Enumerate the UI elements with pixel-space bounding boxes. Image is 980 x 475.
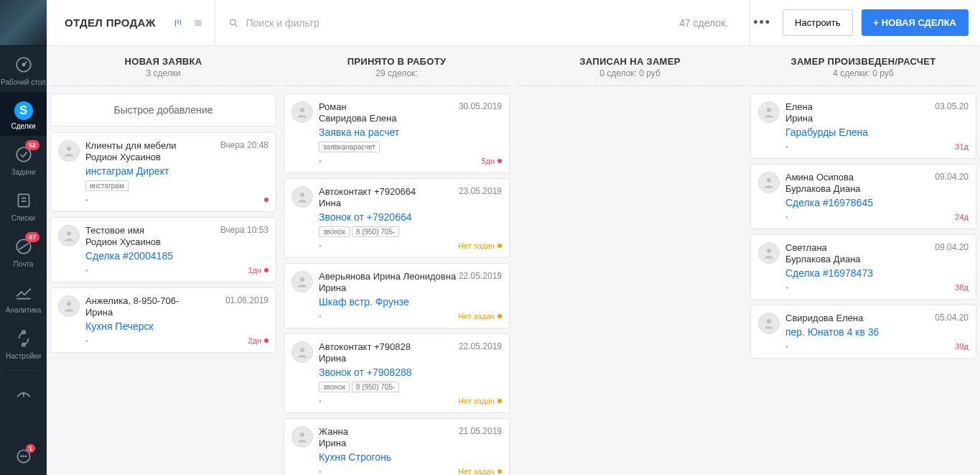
status: Нет задач xyxy=(458,467,502,475)
deal-link[interactable]: Звонок от +7920664 xyxy=(319,211,502,223)
svg-line-21 xyxy=(235,24,237,26)
svg-point-20 xyxy=(230,19,235,24)
search-input[interactable] xyxy=(246,17,489,29)
deal-link[interactable]: Звонок от +7908288 xyxy=(319,366,502,378)
deal-link[interactable]: инстаграм Директ xyxy=(85,165,269,177)
column-body xyxy=(517,93,743,108)
dot: • xyxy=(785,213,788,221)
column-sub: 29 сделок: xyxy=(284,68,510,78)
nav-lists[interactable]: Списки xyxy=(0,182,47,228)
quick-add[interactable]: Быстрое добавление xyxy=(50,93,276,126)
svg-point-1 xyxy=(22,63,24,65)
status: 38д xyxy=(955,283,969,292)
date: 09.04.20 xyxy=(935,242,969,252)
column-sub: 0 сделок: 0 руб xyxy=(517,68,743,78)
configure-button[interactable]: Настроить xyxy=(783,9,853,36)
deal-card[interactable]: Анжелика, 8-950-706-01.06.2019ИринаКухня… xyxy=(50,287,276,353)
column: НОВАЯ ЗАЯВКА3 сделкиБыстрое добавлениеКл… xyxy=(47,46,280,475)
nav-label: Настройки xyxy=(0,352,47,360)
tags: заявканарасчет xyxy=(319,142,502,152)
column-sub: 4 сделки: 0 руб xyxy=(750,68,976,78)
avatar xyxy=(758,242,780,264)
column-body: Быстрое добавлениеКлиенты для мебелиВчер… xyxy=(50,93,276,372)
deal-card[interactable]: Автоконтакт +79082822.05.2019ИринаЗвонок… xyxy=(284,333,510,413)
deal-link[interactable]: Сделка #16978473 xyxy=(785,267,969,279)
deals-icon: S xyxy=(14,101,34,121)
topbar: ОТДЕЛ ПРОДАЖ 47 сделок. ••• Настроить + … xyxy=(47,0,980,46)
dashboard-icon xyxy=(14,55,34,75)
nav-mail[interactable]: 67 Почта xyxy=(0,228,47,274)
svg-point-28 xyxy=(300,348,304,352)
deal-link[interactable]: Шкаф встр. Фрунзе xyxy=(319,296,502,308)
dot: • xyxy=(785,342,788,351)
nav-dashboard[interactable]: Рабочий стол xyxy=(0,46,47,92)
analytics-icon xyxy=(14,282,34,303)
deal-card[interactable]: Светлана09.04.20Бурлакова ДианаСделка #1… xyxy=(750,234,976,300)
nav-extra[interactable] xyxy=(0,375,47,412)
deal-card[interactable]: Аверьянова Ирина Леонидовна22.05.2019Ири… xyxy=(284,263,510,328)
column-header[interactable]: НОВАЯ ЗАЯВКА3 сделки xyxy=(50,46,276,86)
tags: звонок8 (950) 705- xyxy=(319,382,502,392)
nav-label: Списки xyxy=(0,214,47,222)
status: 31д xyxy=(955,142,969,151)
deal-link[interactable]: пер. Юнатов 4 кв 36 xyxy=(785,326,969,338)
contact: Автоконтакт +790828 xyxy=(319,341,411,352)
status: 5дн xyxy=(481,157,502,165)
dot: • xyxy=(785,283,788,292)
nav-analytics[interactable]: Аналитика xyxy=(0,274,47,320)
avatar xyxy=(758,313,780,334)
contact: Жанна xyxy=(319,426,348,437)
contact: Свиридова Елена xyxy=(785,313,863,323)
deal-card[interactable]: Тестовое имяВчера 10:53Родион ХусаиновСд… xyxy=(50,217,276,282)
status: 2дн xyxy=(248,336,269,345)
column-title: НОВАЯ ЗАЯВКА xyxy=(50,56,276,67)
tag: инстаграм xyxy=(85,180,129,191)
dot: • xyxy=(85,266,88,275)
contact: Аверьянова Ирина Леонидовна xyxy=(319,271,456,282)
list-view-button[interactable] xyxy=(190,15,206,31)
deal-card[interactable]: Роман30.05.2019Свиридова ЕленаЗаявка на … xyxy=(284,93,510,173)
date: 05.04.20 xyxy=(935,313,969,323)
deal-card[interactable]: Амина Осипова09.04.20Бурлакова ДианаСдел… xyxy=(750,164,976,229)
deal-card[interactable]: Клиенты для мебелиВчера 20:48Родион Хуса… xyxy=(50,132,276,212)
status: 39д xyxy=(955,342,969,351)
deal-link[interactable]: Заявка на расчет xyxy=(319,126,502,138)
column-header[interactable]: ЗАМЕР ПРОИЗВЕДЕН/РАСЧЕТ4 сделки: 0 руб xyxy=(750,46,976,86)
deal-link[interactable]: Гарабурды Елена xyxy=(785,126,969,138)
deal-link[interactable]: Сделка #16978645 xyxy=(785,197,969,208)
nav-chat[interactable]: 1 xyxy=(0,438,47,475)
responsible: Ирина xyxy=(319,282,502,293)
nav-tasks[interactable]: 52 Задачи xyxy=(0,136,47,182)
more-button[interactable]: ••• xyxy=(750,15,774,30)
pipeline-name[interactable]: ОТДЕЛ ПРОДАЖ xyxy=(47,17,170,29)
deal-link[interactable]: Сделка #20004185 xyxy=(85,250,269,262)
nav-settings[interactable]: Настройки xyxy=(0,320,47,366)
deal-card[interactable]: Елена03.05.20ИринаГарабурды Елена•31д xyxy=(750,93,976,159)
date: 09.04.20 xyxy=(935,172,969,182)
logo[interactable] xyxy=(0,0,47,46)
status: Нет задач xyxy=(458,397,502,405)
kanban-view-button[interactable] xyxy=(170,15,186,31)
kanban-board: НОВАЯ ЗАЯВКА3 сделкиБыстрое добавлениеКл… xyxy=(47,46,980,475)
column-title: ЗАМЕР ПРОИЗВЕДЕН/РАСЧЕТ xyxy=(750,56,976,67)
column-title: ЗАПИСАН НА ЗАМЕР xyxy=(517,56,743,67)
contact: Елена xyxy=(785,101,813,112)
avatar xyxy=(291,101,313,123)
column-body: Роман30.05.2019Свиридова ЕленаЗаявка на … xyxy=(284,93,510,475)
deal-link[interactable]: Кухня Строгонь xyxy=(319,451,502,463)
search-area[interactable] xyxy=(215,17,503,29)
column-header[interactable]: ЗАПИСАН НА ЗАМЕР0 сделок: 0 руб xyxy=(517,46,743,86)
contact: Анжелика, 8-950-706- xyxy=(85,295,179,306)
column-header[interactable]: ПРИНЯТО В РАБОТУ29 сделок: xyxy=(284,46,510,86)
dot: • xyxy=(319,241,322,250)
nav-deals[interactable]: S Сделки xyxy=(0,92,47,136)
deal-card[interactable]: Свиридова Елена05.04.20пер. Юнатов 4 кв … xyxy=(750,305,976,359)
svg-point-23 xyxy=(67,231,71,236)
deal-card[interactable]: Автоконтакт +792066423.05.2019ИннаЗвонок… xyxy=(284,178,510,258)
deals-count: 47 сделок. xyxy=(658,17,750,29)
new-deal-button[interactable]: + НОВАЯ СДЕЛКА xyxy=(862,9,969,36)
deal-link[interactable]: Кухня Печерск xyxy=(85,320,269,332)
deal-card[interactable]: Жанна21.05.2019ИринаКухня Строгонь•Нет з… xyxy=(284,418,510,475)
date: 01.06.2019 xyxy=(225,295,269,305)
svg-point-11 xyxy=(21,456,22,456)
